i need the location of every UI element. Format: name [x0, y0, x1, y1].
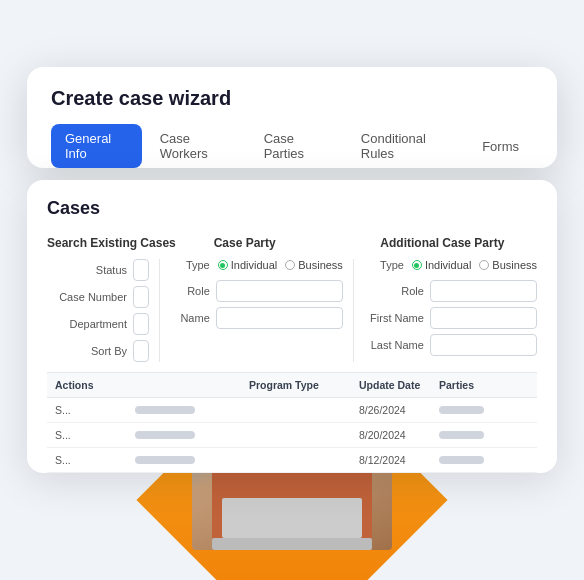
business-radio[interactable]: Business: [285, 259, 343, 271]
sort-by-input[interactable]: [133, 340, 149, 362]
case-number-input[interactable]: [133, 286, 149, 308]
case-party-type-row: Type Individual Business: [170, 259, 343, 271]
case-party-name-row: Name: [170, 307, 343, 329]
additional-firstname-label: First Name: [364, 312, 424, 324]
table-row: S... 8/12/2024: [47, 448, 537, 473]
divider-1: [159, 259, 160, 362]
individual-radio-circle: [218, 260, 228, 270]
additional-lastname-label: Last Name: [364, 339, 424, 351]
additional-lastname-input[interactable]: [430, 334, 537, 356]
additional-role-row: Role: [364, 280, 537, 302]
department-label: Department: [47, 318, 127, 330]
table-header-row: Actions Program Type Update Date Parties: [47, 373, 537, 398]
td-parties-bar-2: [439, 431, 484, 439]
additional-business-label: Business: [492, 259, 537, 271]
case-party-name-input[interactable]: [216, 307, 343, 329]
td-date-1: 8/26/2024: [359, 404, 439, 416]
case-party-header: Case Party: [204, 233, 371, 251]
business-radio-circle: [285, 260, 295, 270]
td-bar-3: [135, 456, 195, 464]
case-number-field-row: Case Number: [47, 286, 149, 308]
case-party-type-label: Type: [170, 259, 210, 271]
tab-case-parties[interactable]: Case Parties: [250, 124, 343, 168]
additional-firstname-input[interactable]: [430, 307, 537, 329]
td-action-2: S...: [55, 429, 135, 441]
status-input[interactable]: [133, 259, 149, 281]
cases-card: Cases Search Existing Cases Case Party A…: [27, 180, 557, 473]
sort-by-field-row: Sort By: [47, 340, 149, 362]
business-label: Business: [298, 259, 343, 271]
th-empty: [135, 379, 249, 391]
department-input[interactable]: [133, 313, 149, 335]
additional-party-column: Type Individual Business Role First Nam: [364, 259, 537, 362]
td-action-1: S...: [55, 404, 135, 416]
wizard-title: Create case wizard: [51, 87, 533, 110]
additional-firstname-row: First Name: [364, 307, 537, 329]
column-headers: Search Existing Cases Case Party Additio…: [47, 233, 537, 251]
page-container: Create case wizard General Info Case Wor…: [27, 67, 557, 473]
td-action-3: S...: [55, 454, 135, 466]
case-party-role-row: Role: [170, 280, 343, 302]
additional-business-radio[interactable]: Business: [479, 259, 537, 271]
additional-role-label: Role: [364, 285, 424, 297]
status-label: Status: [47, 264, 127, 276]
th-actions: Actions: [55, 379, 135, 391]
td-date-3: 8/12/2024: [359, 454, 439, 466]
tab-conditional-rules[interactable]: Conditional Rules: [347, 124, 464, 168]
tab-case-workers[interactable]: Case Workers: [146, 124, 246, 168]
table-row: S... 8/26/2024: [47, 398, 537, 423]
cases-title: Cases: [47, 198, 537, 219]
individual-radio[interactable]: Individual: [218, 259, 277, 271]
case-number-label: Case Number: [47, 291, 127, 303]
td-parties-bar-3: [439, 456, 484, 464]
additional-individual-label: Individual: [425, 259, 471, 271]
td-parties-bar-1: [439, 406, 484, 414]
case-party-name-label: Name: [170, 312, 210, 324]
additional-individual-radio[interactable]: Individual: [412, 259, 471, 271]
search-section-header: Search Existing Cases: [47, 233, 204, 251]
divider-2: [353, 259, 354, 362]
additional-individual-circle: [412, 260, 422, 270]
status-field-row: Status: [47, 259, 149, 281]
form-area: Status Case Number Department Sort By: [47, 259, 537, 362]
tab-general-info[interactable]: General Info: [51, 124, 142, 168]
td-bar-2: [135, 431, 195, 439]
department-field-row: Department: [47, 313, 149, 335]
sort-by-label: Sort By: [47, 345, 127, 357]
wizard-card: Create case wizard General Info Case Wor…: [27, 67, 557, 168]
additional-type-label: Type: [364, 259, 404, 271]
additional-business-circle: [479, 260, 489, 270]
case-party-role-input[interactable]: [216, 280, 343, 302]
td-date-2: 8/20/2024: [359, 429, 439, 441]
individual-label: Individual: [231, 259, 277, 271]
wizard-tabs: General Info Case Workers Case Parties C…: [51, 124, 533, 168]
case-party-role-label: Role: [170, 285, 210, 297]
additional-party-header: Additional Case Party: [370, 233, 537, 251]
td-bar-1: [135, 406, 195, 414]
additional-lastname-row: Last Name: [364, 334, 537, 356]
results-table: Actions Program Type Update Date Parties…: [47, 372, 537, 473]
additional-type-row: Type Individual Business: [364, 259, 537, 271]
table-row: S... 8/20/2024: [47, 423, 537, 448]
tab-forms[interactable]: Forms: [468, 132, 533, 161]
th-update-date: Update Date: [359, 379, 439, 391]
th-program-type: Program Type: [249, 379, 359, 391]
th-parties: Parties: [439, 379, 529, 391]
search-column: Status Case Number Department Sort By: [47, 259, 149, 362]
additional-role-input[interactable]: [430, 280, 537, 302]
case-party-column: Type Individual Business Role Name: [170, 259, 343, 362]
